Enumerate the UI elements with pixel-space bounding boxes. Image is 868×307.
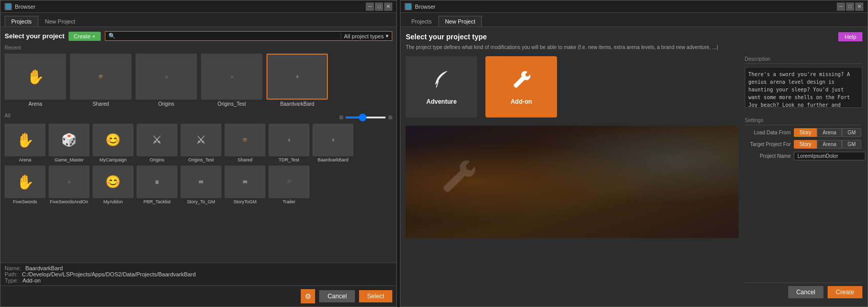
list-item[interactable]: 📦 Shared (225, 124, 265, 162)
help-button[interactable]: Help (838, 32, 862, 41)
load-story-tab[interactable]: Story (794, 128, 817, 137)
list-item[interactable]: 📦 Shared (70, 54, 131, 107)
list-item[interactable]: MyCampaign (93, 124, 133, 162)
path-value: C:/Develop/Dev/LSProjects/Apps/DOS2/Data… (22, 271, 196, 277)
zoom-slider[interactable] (345, 116, 386, 119)
storytogm2-icon: 📖 (226, 167, 264, 197)
load-arena-tab[interactable]: Arena (817, 128, 842, 137)
project-name-input[interactable] (794, 152, 865, 160)
recent-label: Recent (5, 45, 392, 51)
project-thumbnail[interactable] (49, 124, 90, 156)
project-label: Origins_Test (217, 101, 246, 107)
list-item[interactable]: MyAddon (93, 166, 133, 204)
tab-projects-left[interactable]: Projects (5, 16, 38, 27)
originstest-thumb-img: ⚔ (202, 55, 261, 99)
right-maximize-button[interactable]: □ (846, 3, 854, 11)
list-item[interactable]: ⚔ Origins (136, 54, 197, 107)
right-app-icon: 🌐 (405, 3, 412, 10)
addon-type-card[interactable]: Add-on (485, 56, 557, 117)
project-thumbnail[interactable]: ⚔ (136, 54, 197, 100)
create-button[interactable]: Create + (69, 32, 101, 41)
load-gm-tab[interactable]: GM (842, 128, 861, 137)
gm-icon (61, 133, 77, 147)
tab-new-project-right[interactable]: New Project (438, 16, 482, 27)
list-item[interactable]: 📋 PBR_Tacklist (137, 166, 177, 204)
right-minimize-button[interactable]: ─ (837, 3, 845, 11)
project-thumbnail[interactable] (181, 124, 221, 156)
project-label: BaardvarkBard (318, 157, 348, 162)
preview-wrench-icon (436, 156, 477, 204)
list-item[interactable]: 📖 Story_To_GM (181, 166, 221, 204)
minimize-button[interactable]: ─ (366, 3, 374, 11)
search-input[interactable] (118, 33, 339, 39)
project-thumbnail-selected[interactable]: 🗡 (266, 54, 328, 100)
tdr-icon: 🗡 (270, 125, 308, 155)
project-thumbnail[interactable] (5, 124, 46, 156)
settings-gear-button[interactable]: ⚙ (301, 289, 315, 303)
list-item[interactable]: 🎬 Trailer (269, 166, 309, 204)
project-thumbnail[interactable]: ⚔ (49, 166, 90, 198)
project-thumbnail[interactable] (93, 124, 133, 156)
target-story-tab[interactable]: Story (794, 140, 817, 149)
left-page-title: Select your project (5, 32, 64, 40)
tab-projects-right[interactable]: Projects (405, 16, 438, 27)
zoom-small-icon: ⊞ (339, 114, 343, 120)
right-footer: Cancel Create (745, 282, 862, 301)
name-label: Name: (5, 265, 21, 271)
target-arena-tab[interactable]: Arena (817, 140, 842, 149)
project-thumbnail[interactable]: 🎬 (269, 166, 309, 198)
right-close-button[interactable]: ✕ (855, 3, 863, 11)
list-item[interactable]: Origins (137, 124, 177, 162)
originstest-icon (196, 133, 206, 147)
preview-area: Adventure Add-on (406, 56, 739, 301)
left-window-controls: ─ □ ✕ (366, 3, 392, 11)
list-item[interactable]: Game_Master (49, 124, 90, 162)
project-thumbnail[interactable]: 🗡 (313, 124, 353, 156)
zoom-large-icon: ⊞ (388, 114, 392, 120)
left-title-bar: 🌐 Browser ─ □ ✕ (1, 1, 396, 13)
project-thumbnail[interactable]: 🗡 (269, 124, 309, 156)
pbr-icon: 📋 (138, 167, 176, 197)
right-cancel-button[interactable]: Cancel (788, 286, 824, 298)
project-thumbnail[interactable]: 📖 (225, 166, 265, 198)
all-bar: All ⊞ ⊞ (5, 113, 392, 122)
project-thumbnail[interactable] (93, 166, 133, 198)
top-bar: Select your project Create + 🔍 All proje… (5, 31, 392, 41)
list-item[interactable]: Arena (5, 124, 46, 162)
tab-new-project-left[interactable]: New Project (38, 16, 82, 27)
list-item[interactable]: 📖 StoryToGM (225, 166, 265, 204)
myaddon-icon (105, 175, 121, 189)
close-button[interactable]: ✕ (384, 3, 392, 11)
left-cancel-button[interactable]: Cancel (319, 290, 354, 302)
project-thumbnail[interactable]: 📋 (137, 166, 177, 198)
list-item[interactable]: ⚔ Origins_Test (201, 54, 262, 107)
select-button[interactable]: Select (359, 290, 392, 302)
project-label: Origins (150, 157, 165, 162)
list-item[interactable]: 🗡 BaardvarkBard (313, 124, 353, 162)
list-item[interactable]: ⚔ FiveSwordsAndOn (49, 166, 90, 204)
addon-label: Add-on (510, 98, 532, 105)
list-item[interactable]: FiveSwords (5, 166, 46, 204)
project-thumbnail[interactable]: 📖 (181, 166, 221, 198)
description-text[interactable]: There's a sword you're missing? A genius… (745, 67, 862, 108)
list-item[interactable]: 🗡 TDR_Test (269, 124, 309, 162)
right-create-button[interactable]: Create (828, 286, 862, 298)
adventure-type-card[interactable]: Adventure (406, 56, 477, 117)
list-item[interactable]: Arena (5, 54, 66, 107)
list-item[interactable]: Origins_Test (181, 124, 221, 162)
type-selector: Adventure Add-on (406, 56, 739, 117)
project-type-dropdown[interactable]: All project types ▾ (341, 33, 389, 39)
project-thumbnail[interactable]: 📦 (70, 54, 131, 100)
right-window-title: Browser (415, 4, 435, 10)
project-thumbnail[interactable] (137, 124, 177, 156)
project-thumbnail[interactable] (5, 166, 46, 198)
maximize-button[interactable]: □ (375, 3, 383, 11)
project-thumbnail[interactable] (5, 54, 66, 100)
target-gm-tab[interactable]: GM (842, 140, 861, 149)
project-thumbnail[interactable]: 📦 (225, 124, 265, 156)
project-thumbnail[interactable]: ⚔ (201, 54, 262, 100)
arena-icon (16, 132, 34, 149)
left-window: 🌐 Browser ─ □ ✕ Projects New Project Sel… (0, 0, 397, 307)
all-label: All (5, 113, 10, 119)
list-item[interactable]: 🗡 BaardvarkBard (266, 54, 328, 107)
